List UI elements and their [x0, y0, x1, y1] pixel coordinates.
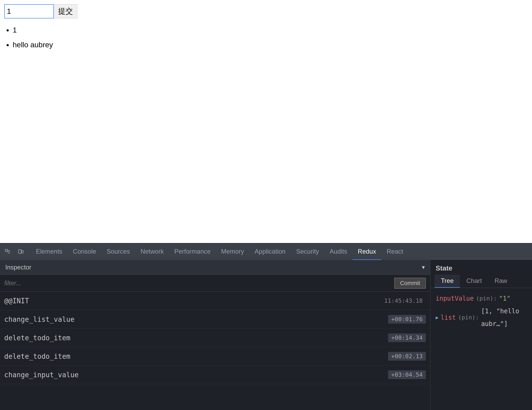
- state-list-key: list: [441, 311, 456, 324]
- state-tab-raw[interactable]: Raw: [488, 274, 514, 288]
- list-item: 1: [13, 23, 528, 38]
- state-inputvalue-key: inputValue: [436, 292, 474, 305]
- tab-console[interactable]: Console: [68, 243, 101, 260]
- filter-row: Commit: [0, 275, 430, 292]
- device-toolbar-icon[interactable]: [15, 246, 26, 257]
- tab-application[interactable]: Application: [249, 243, 291, 260]
- svg-rect-5: [22, 250, 23, 253]
- action-time: 11:45:43.18: [381, 296, 426, 305]
- filter-input[interactable]: [4, 279, 390, 287]
- state-inputvalue-line: inputValue (pin): "1": [436, 292, 527, 305]
- tab-react[interactable]: React: [381, 243, 408, 260]
- text-input[interactable]: [4, 4, 54, 18]
- state-inputvalue-pin: (pin):: [476, 293, 497, 304]
- tab-sources[interactable]: Sources: [101, 243, 135, 260]
- svg-rect-4: [18, 250, 21, 253]
- state-inputvalue-val: "1": [499, 292, 510, 305]
- action-name: @@INIT: [4, 297, 29, 305]
- action-row[interactable]: change_input_value+03:04.54: [0, 366, 430, 384]
- state-tab-chart[interactable]: Chart: [460, 274, 488, 288]
- devtools-tab-list: Elements Console Sources Network Perform…: [31, 243, 530, 260]
- page-content: 提交 1hello aubrey: [0, 0, 532, 243]
- state-list-val: [1, "hello aubr…"]: [481, 305, 527, 330]
- tab-memory[interactable]: Memory: [216, 243, 249, 260]
- devtools-icon-group: [2, 246, 26, 257]
- state-header: State: [430, 260, 532, 274]
- list-item: hello aubrey: [13, 38, 528, 52]
- action-name: change_input_value: [4, 371, 79, 379]
- inspector-header: Inspector ▾: [0, 260, 430, 275]
- state-content: inputValue (pin): "1" ▶ list (pin): [1, …: [430, 288, 532, 410]
- action-time: +00:01.76: [388, 315, 426, 324]
- devtools-topbar: Elements Console Sources Network Perform…: [0, 243, 532, 260]
- tab-security[interactable]: Security: [291, 243, 324, 260]
- tab-performance[interactable]: Performance: [169, 243, 216, 260]
- tab-audits[interactable]: Audits: [324, 243, 352, 260]
- input-row: 提交: [4, 4, 528, 18]
- action-row[interactable]: change_list_value+00:01.76: [0, 310, 430, 329]
- inspector-title: Inspector: [5, 264, 31, 271]
- action-name: delete_todo_item: [4, 334, 70, 342]
- action-row[interactable]: delete_todo_item+00:14.34: [0, 329, 430, 347]
- tab-network[interactable]: Network: [135, 243, 169, 260]
- state-list-pin: (pin):: [458, 312, 479, 323]
- inspector-dropdown-icon[interactable]: ▾: [422, 264, 425, 271]
- action-time: +00:14.34: [388, 333, 426, 342]
- right-panel: State Tree Chart Raw inputValue (pin): "…: [430, 260, 532, 410]
- state-tab-list: Tree Chart Raw: [430, 274, 532, 288]
- tab-elements[interactable]: Elements: [31, 243, 68, 260]
- inspect-element-icon[interactable]: [2, 246, 13, 257]
- submit-button[interactable]: 提交: [54, 4, 77, 18]
- commit-button[interactable]: Commit: [394, 278, 426, 289]
- devtools-body: Inspector ▾ Commit @@INIT11:45:43.18chan…: [0, 260, 532, 410]
- action-list: @@INIT11:45:43.18change_list_value+00:01…: [0, 292, 430, 410]
- action-time: +03:04.54: [388, 370, 426, 379]
- action-time: +00:02.13: [388, 352, 426, 361]
- state-list-expand-icon[interactable]: ▶: [436, 313, 439, 322]
- action-row[interactable]: delete_todo_item+00:02.13: [0, 347, 430, 366]
- devtools-panel: Elements Console Sources Network Perform…: [0, 243, 532, 410]
- tab-redux[interactable]: Redux: [352, 243, 381, 260]
- svg-rect-0: [5, 249, 7, 251]
- left-panel: Inspector ▾ Commit @@INIT11:45:43.18chan…: [0, 260, 430, 410]
- action-name: change_list_value: [4, 315, 74, 323]
- state-tab-tree[interactable]: Tree: [435, 274, 460, 288]
- action-name: delete_todo_item: [4, 352, 70, 360]
- action-row[interactable]: @@INIT11:45:43.18: [0, 292, 430, 310]
- state-list-line: ▶ list (pin): [1, "hello aubr…"]: [436, 305, 527, 330]
- list-area: 1hello aubrey: [4, 23, 528, 52]
